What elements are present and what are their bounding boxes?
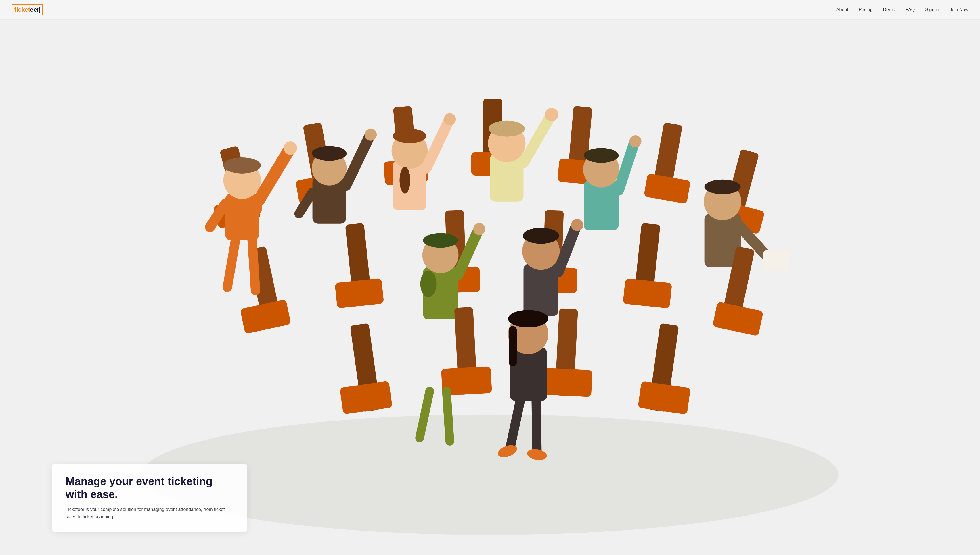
- svg-point-41: [584, 148, 618, 163]
- svg-rect-39: [584, 180, 618, 230]
- hero-subtitle: Ticketeer is your complete solution for …: [66, 506, 233, 521]
- logo-teer-text: eer: [30, 6, 39, 13]
- svg-point-31: [399, 167, 410, 194]
- svg-point-36: [489, 121, 525, 137]
- nav-item-pricing[interactable]: Pricing: [859, 7, 873, 12]
- svg-point-82: [508, 310, 549, 327]
- svg-line-37: [524, 117, 550, 163]
- svg-point-43: [629, 135, 642, 148]
- nav-item-about[interactable]: About: [836, 7, 848, 12]
- nav-link-signin[interactable]: Sign in: [925, 7, 939, 12]
- svg-point-26: [365, 129, 377, 141]
- svg-point-33: [444, 113, 456, 125]
- nav-item-signin[interactable]: Sign in: [925, 7, 939, 12]
- svg-line-85: [536, 401, 537, 451]
- logo-container: ticketeer: [11, 4, 43, 15]
- nav-item-demo[interactable]: Demo: [883, 7, 895, 12]
- svg-rect-79: [638, 381, 691, 414]
- nav-link-joinnow[interactable]: Join Now: [949, 7, 969, 12]
- svg-line-25: [346, 137, 370, 186]
- svg-point-20: [283, 141, 297, 155]
- nav-item-joinnow[interactable]: Join Now: [949, 7, 969, 12]
- nav-link-pricing[interactable]: Pricing: [859, 7, 873, 12]
- svg-line-90: [227, 241, 235, 287]
- svg-point-69: [523, 228, 559, 244]
- nav-link-about[interactable]: About: [836, 7, 848, 12]
- svg-rect-52: [335, 278, 384, 308]
- svg-rect-73: [340, 381, 393, 414]
- svg-rect-50: [240, 299, 291, 334]
- svg-point-38: [545, 108, 558, 122]
- svg-point-46: [705, 180, 741, 194]
- svg-point-66: [473, 223, 485, 235]
- svg-point-63: [423, 233, 458, 248]
- logo: ticketeer: [11, 4, 43, 15]
- hero-title: Manage your event ticketing with ease.: [66, 475, 233, 501]
- logo-cursor: [39, 6, 40, 13]
- nav-item-faq[interactable]: FAQ: [906, 7, 915, 12]
- svg-point-64: [420, 271, 436, 297]
- svg-rect-12: [644, 173, 690, 204]
- hero-section: Manage your event ticketing with ease. T…: [0, 19, 980, 555]
- svg-line-19: [259, 150, 289, 200]
- svg-rect-83: [509, 326, 517, 366]
- svg-rect-60: [712, 302, 763, 336]
- svg-rect-48: [763, 250, 790, 271]
- svg-point-18: [224, 157, 261, 173]
- nav-link-demo[interactable]: Demo: [883, 7, 895, 12]
- logo-ticket-text: ticket: [14, 6, 30, 13]
- svg-point-30: [393, 129, 426, 143]
- svg-point-24: [312, 146, 346, 160]
- svg-line-32: [426, 121, 449, 168]
- svg-point-71: [571, 219, 583, 231]
- nav-links: About Pricing Demo FAQ Sign in Join Now: [836, 7, 969, 12]
- navbar: ticketeer About Pricing Demo FAQ Sign in…: [0, 0, 980, 19]
- hero-card: Manage your event ticketing with ease. T…: [52, 464, 247, 532]
- svg-line-42: [618, 143, 634, 190]
- svg-rect-77: [541, 368, 592, 397]
- svg-line-91: [252, 241, 256, 291]
- nav-link-faq[interactable]: FAQ: [906, 7, 915, 12]
- svg-line-89: [447, 391, 450, 441]
- svg-rect-58: [623, 278, 672, 308]
